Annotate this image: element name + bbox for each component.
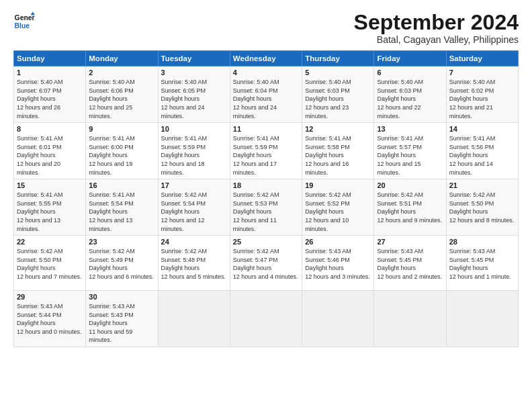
day-number: 13: [377, 125, 443, 133]
cell-content: Sunrise: 5:41 AMSunset: 5:57 PMDaylight …: [377, 135, 423, 175]
calendar-cell: 19 Sunrise: 5:42 AMSunset: 5:52 PMDaylig…: [302, 179, 374, 236]
cell-content: Sunrise: 5:40 AMSunset: 6:07 PMDaylight …: [17, 79, 63, 119]
calendar-cell: 26 Sunrise: 5:43 AMSunset: 5:46 PMDaylig…: [302, 236, 374, 291]
calendar-cell: 29 Sunrise: 5:43 AMSunset: 5:44 PMDaylig…: [14, 291, 86, 347]
cell-content: Sunrise: 5:42 AMSunset: 5:52 PMDaylight …: [305, 191, 351, 232]
calendar-cell: 22 Sunrise: 5:42 AMSunset: 5:50 PMDaylig…: [14, 236, 86, 291]
cell-content: Sunrise: 5:40 AMSunset: 6:02 PMDaylight …: [449, 79, 496, 119]
cell-content: Sunrise: 5:41 AMSunset: 6:00 PMDaylight …: [89, 135, 135, 175]
day-number: 25: [233, 238, 299, 246]
day-number: 24: [161, 238, 227, 246]
day-number: 14: [449, 125, 515, 133]
calendar-cell: [158, 291, 230, 347]
calendar-cell: 2 Sunrise: 5:40 AMSunset: 6:06 PMDayligh…: [86, 66, 158, 123]
day-number: 16: [89, 181, 154, 189]
month-title: September 2024: [354, 11, 519, 34]
calendar-week: 22 Sunrise: 5:42 AMSunset: 5:50 PMDaylig…: [14, 236, 519, 291]
day-number: 28: [449, 238, 515, 246]
day-number: 4: [233, 68, 299, 77]
cell-content: Sunrise: 5:42 AMSunset: 5:53 PMDaylight …: [233, 191, 279, 232]
day-number: 7: [449, 68, 515, 77]
cell-content: Sunrise: 5:41 AMSunset: 6:01 PMDaylight …: [17, 135, 63, 175]
header: General Blue September 2024 Batal, Cagay…: [13, 11, 519, 45]
day-number: 21: [449, 181, 515, 189]
calendar-cell: 23 Sunrise: 5:42 AMSunset: 5:49 PMDaylig…: [86, 236, 158, 291]
cell-content: Sunrise: 5:43 AMSunset: 5:46 PMDaylight …: [305, 248, 370, 280]
calendar-cell: 16 Sunrise: 5:41 AMSunset: 5:54 PMDaylig…: [86, 179, 158, 236]
calendar-cell: [446, 291, 518, 347]
calendar-cell: 9 Sunrise: 5:41 AMSunset: 6:00 PMDayligh…: [86, 123, 158, 179]
day-number: 2: [89, 68, 154, 77]
day-number: 12: [305, 125, 371, 133]
calendar-cell: 27 Sunrise: 5:43 AMSunset: 5:45 PMDaylig…: [374, 236, 446, 291]
day-header: Saturday: [446, 51, 518, 66]
cell-content: Sunrise: 5:42 AMSunset: 5:49 PMDaylight …: [89, 248, 154, 280]
calendar-cell: 30 Sunrise: 5:43 AMSunset: 5:43 PMDaylig…: [86, 291, 158, 347]
day-number: 9: [89, 125, 154, 133]
day-number: 11: [233, 125, 299, 133]
cell-content: Sunrise: 5:42 AMSunset: 5:48 PMDaylight …: [161, 248, 226, 280]
cell-content: Sunrise: 5:42 AMSunset: 5:54 PMDaylight …: [161, 191, 208, 232]
calendar-cell: 10 Sunrise: 5:41 AMSunset: 5:59 PMDaylig…: [158, 123, 230, 179]
calendar-header: SundayMondayTuesdayWednesdayThursdayFrid…: [14, 51, 519, 66]
calendar-cell: 20 Sunrise: 5:42 AMSunset: 5:51 PMDaylig…: [374, 179, 446, 236]
cell-content: Sunrise: 5:41 AMSunset: 5:56 PMDaylight …: [449, 135, 496, 175]
day-number: 22: [17, 238, 83, 246]
cell-content: Sunrise: 5:41 AMSunset: 5:58 PMDaylight …: [305, 135, 351, 175]
calendar-cell: 13 Sunrise: 5:41 AMSunset: 5:57 PMDaylig…: [374, 123, 446, 179]
subtitle: Batal, Cagayan Valley, Philippines: [354, 34, 519, 45]
day-header: Tuesday: [158, 51, 230, 66]
day-number: 15: [17, 181, 83, 189]
svg-marker-2: [31, 12, 35, 15]
day-number: 27: [377, 238, 443, 246]
day-header: Sunday: [14, 51, 86, 66]
calendar-cell: 21 Sunrise: 5:42 AMSunset: 5:50 PMDaylig…: [446, 179, 518, 236]
cell-content: Sunrise: 5:42 AMSunset: 5:47 PMDaylight …: [233, 248, 298, 280]
calendar-week: 8 Sunrise: 5:41 AMSunset: 6:01 PMDayligh…: [14, 123, 519, 179]
day-number: 3: [161, 68, 227, 77]
cell-content: Sunrise: 5:40 AMSunset: 6:03 PMDaylight …: [305, 79, 351, 119]
cell-content: Sunrise: 5:41 AMSunset: 5:54 PMDaylight …: [89, 191, 135, 232]
day-number: 29: [17, 293, 83, 301]
calendar-cell: 12 Sunrise: 5:41 AMSunset: 5:58 PMDaylig…: [302, 123, 374, 179]
calendar-cell: 18 Sunrise: 5:42 AMSunset: 5:53 PMDaylig…: [230, 179, 302, 236]
day-number: 18: [233, 181, 299, 189]
calendar-cell: 14 Sunrise: 5:41 AMSunset: 5:56 PMDaylig…: [446, 123, 518, 179]
calendar-cell: 24 Sunrise: 5:42 AMSunset: 5:48 PMDaylig…: [158, 236, 230, 291]
calendar-week: 29 Sunrise: 5:43 AMSunset: 5:44 PMDaylig…: [14, 291, 519, 347]
calendar-cell: 17 Sunrise: 5:42 AMSunset: 5:54 PMDaylig…: [158, 179, 230, 236]
logo: General Blue: [13, 11, 35, 32]
day-number: 5: [305, 68, 371, 77]
calendar-cell: 6 Sunrise: 5:40 AMSunset: 6:03 PMDayligh…: [374, 66, 446, 123]
calendar-cell: 11 Sunrise: 5:41 AMSunset: 5:59 PMDaylig…: [230, 123, 302, 179]
calendar-cell: 4 Sunrise: 5:40 AMSunset: 6:04 PMDayligh…: [230, 66, 302, 123]
day-number: 20: [377, 181, 443, 189]
cell-content: Sunrise: 5:43 AMSunset: 5:43 PMDaylight …: [89, 303, 135, 343]
cell-content: Sunrise: 5:43 AMSunset: 5:44 PMDaylight …: [17, 303, 82, 335]
logo-icon: General Blue: [13, 11, 35, 32]
day-number: 26: [305, 238, 371, 246]
cell-content: Sunrise: 5:40 AMSunset: 6:06 PMDaylight …: [89, 79, 135, 119]
calendar-week: 15 Sunrise: 5:41 AMSunset: 5:55 PMDaylig…: [14, 179, 519, 236]
calendar-cell: 25 Sunrise: 5:42 AMSunset: 5:47 PMDaylig…: [230, 236, 302, 291]
calendar-cell: 15 Sunrise: 5:41 AMSunset: 5:55 PMDaylig…: [14, 179, 86, 236]
header-row: SundayMondayTuesdayWednesdayThursdayFrid…: [14, 51, 519, 66]
page: General Blue September 2024 Batal, Cagay…: [0, 0, 532, 411]
svg-text:General: General: [15, 14, 35, 21]
cell-content: Sunrise: 5:41 AMSunset: 5:59 PMDaylight …: [233, 135, 279, 175]
day-header: Wednesday: [230, 51, 302, 66]
calendar-cell: [302, 291, 374, 347]
cell-content: Sunrise: 5:43 AMSunset: 5:45 PMDaylight …: [449, 248, 511, 280]
cell-content: Sunrise: 5:42 AMSunset: 5:50 PMDaylight …: [17, 248, 82, 280]
calendar-week: 1 Sunrise: 5:40 AMSunset: 6:07 PMDayligh…: [14, 66, 519, 123]
day-header: Friday: [374, 51, 446, 66]
cell-content: Sunrise: 5:42 AMSunset: 5:50 PMDaylight …: [449, 191, 515, 224]
calendar-cell: 5 Sunrise: 5:40 AMSunset: 6:03 PMDayligh…: [302, 66, 374, 123]
cell-content: Sunrise: 5:42 AMSunset: 5:51 PMDaylight …: [377, 191, 442, 224]
cell-content: Sunrise: 5:40 AMSunset: 6:03 PMDaylight …: [377, 79, 423, 119]
cell-content: Sunrise: 5:43 AMSunset: 5:45 PMDaylight …: [377, 248, 442, 280]
day-header: Monday: [86, 51, 158, 66]
day-number: 6: [377, 68, 443, 77]
day-header: Thursday: [302, 51, 374, 66]
calendar-table: SundayMondayTuesdayWednesdayThursdayFrid…: [13, 50, 519, 347]
